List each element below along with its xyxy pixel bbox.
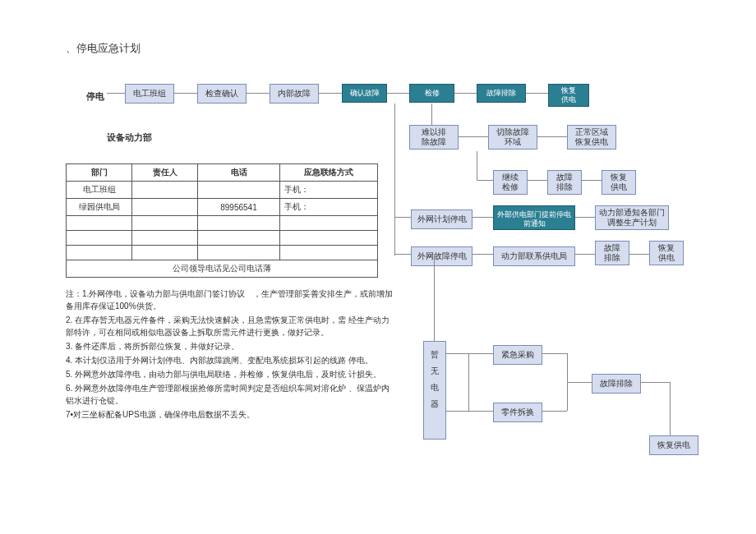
node-urgent-buy: 紧急采购 — [493, 345, 542, 365]
text-line: 除故障 — [412, 137, 456, 147]
cell — [132, 182, 198, 199]
col-phone: 电话 — [198, 164, 280, 182]
node-no-device: 暂 无 电 器 — [423, 341, 446, 440]
node-check: 检查确认 — [197, 84, 247, 104]
connector — [387, 93, 409, 94]
node-restore-power-1: 恢复 供电 — [548, 84, 589, 107]
connector — [575, 217, 595, 218]
text-line: 检修 — [496, 182, 525, 192]
connector — [454, 93, 477, 94]
node-hard-remove: 难以排 除故障 — [409, 125, 459, 150]
connector — [468, 353, 469, 411]
node-poweroff: 停电 — [86, 90, 104, 103]
connector — [575, 254, 595, 255]
text-line: 恢复 — [551, 86, 587, 95]
text-line: 器 — [427, 396, 442, 412]
note-item: 6. 外网意外故障停电生产管理部根据抢修所需时间判定是否组织车间对溶化炉 、保温… — [66, 382, 394, 407]
cell — [280, 216, 378, 231]
node-fault-remove-3: 故障 排除 — [595, 241, 629, 265]
connector — [670, 382, 671, 435]
connector — [431, 104, 432, 125]
node-repair: 检修 — [409, 84, 454, 103]
text-line: 供电 — [551, 95, 587, 104]
cell — [198, 231, 280, 246]
connector — [582, 180, 602, 181]
text-line: 供电 — [652, 253, 681, 263]
text-line: 恢复供电 — [569, 137, 614, 147]
connector — [567, 382, 592, 383]
connector — [528, 180, 547, 181]
subhead-equipment-dept: 设备动力部 — [107, 131, 152, 144]
table-row: 绿园供电局 89956541 手机： — [67, 199, 378, 216]
col-dept: 部门 — [67, 164, 132, 182]
cell — [132, 199, 198, 216]
node-normal-zone: 正常区域 恢复供电 — [567, 125, 616, 150]
table-row — [67, 231, 378, 246]
node-external-fault: 外网故障停电 — [411, 246, 472, 266]
text-line: 正常区域 — [569, 127, 614, 137]
text-line: 故障 — [550, 173, 579, 182]
text-line: 恢复 — [604, 173, 634, 182]
connector — [542, 353, 567, 354]
connector — [394, 217, 411, 218]
connector — [434, 255, 435, 341]
cell: 手机： — [280, 182, 378, 199]
node-restore-2: 恢复 供电 — [602, 170, 636, 195]
connector — [472, 217, 493, 218]
connector — [446, 411, 493, 412]
text-line: 排除 — [550, 182, 579, 192]
cell — [67, 216, 132, 231]
text-line: 故障 — [597, 243, 627, 253]
connector — [477, 180, 493, 181]
note-item: 7•对三坐标配备UPS电源，确保停电后数据不丢失。 — [66, 408, 394, 421]
table-row — [67, 246, 378, 260]
connector — [629, 254, 649, 255]
page-title: 、停电应急计划 — [66, 41, 141, 56]
node-fault-remove-2: 故障 排除 — [547, 170, 582, 195]
connector — [107, 93, 125, 94]
cell: 手机： — [280, 199, 378, 216]
connector — [472, 254, 493, 255]
connector — [459, 136, 488, 137]
cell — [132, 231, 198, 246]
text-line: 继续 — [496, 173, 525, 182]
connector — [446, 353, 493, 354]
table-row — [67, 216, 378, 231]
col-person: 责任人 — [132, 164, 198, 182]
text-line: 供电 — [604, 182, 634, 192]
text-line: 切除故障 — [491, 127, 535, 137]
note-item: 4. 本计划仅适用于外网计划停电、内部故障跳闸、变配电系统损坏引起的线路 停电。 — [66, 354, 394, 366]
cell: 电工班组 — [67, 182, 132, 199]
text-line: 无 — [427, 363, 442, 380]
connector — [542, 411, 567, 412]
node-external-notice: 外部供电部门提前停电前通知 — [493, 205, 575, 230]
cell — [198, 246, 280, 260]
col-contact: 应急联络方式 — [280, 164, 378, 182]
notes-block: 注：1.外网停电，设备动力部与供电部门签订协议 ，生产管理部妥善安排生产，或前增… — [66, 286, 394, 422]
node-contact-bureau: 动力部联系供电局 — [493, 246, 575, 266]
node-confirm-fault: 确认故障 — [342, 84, 387, 103]
connector — [394, 254, 411, 255]
node-swap-part: 零件拆换 — [493, 403, 542, 422]
contact-table: 部门 责任人 电话 应急联络方式 电工班组 手机： 绿园供电局 89956541… — [66, 163, 378, 278]
cell — [280, 231, 378, 246]
node-team: 电工班组 — [125, 84, 174, 104]
connector — [537, 136, 567, 137]
cell: 绿园供电局 — [67, 199, 132, 216]
text-line: 恢复 — [652, 243, 681, 253]
node-cut-fault: 切除故障 环域 — [488, 125, 537, 150]
node-fault-remove: 故障排除 — [477, 84, 526, 103]
text-line: 环域 — [491, 137, 535, 147]
cell — [198, 216, 280, 231]
text-line: 暂 — [427, 347, 442, 363]
text-line: 调整生产计划 — [597, 218, 666, 228]
text-line: 动力部通知各部门 — [597, 208, 666, 218]
cell: 89956541 — [198, 199, 280, 216]
table-row: 公司领导电话见公司电话薄 — [67, 260, 378, 278]
text-line: 排除 — [597, 253, 627, 263]
node-fault-remove-4: 故障排除 — [592, 374, 641, 394]
node-continue-repair: 继续 检修 — [493, 170, 528, 195]
connector — [247, 93, 270, 94]
text-line: 电 — [427, 380, 442, 396]
cell — [132, 216, 198, 231]
